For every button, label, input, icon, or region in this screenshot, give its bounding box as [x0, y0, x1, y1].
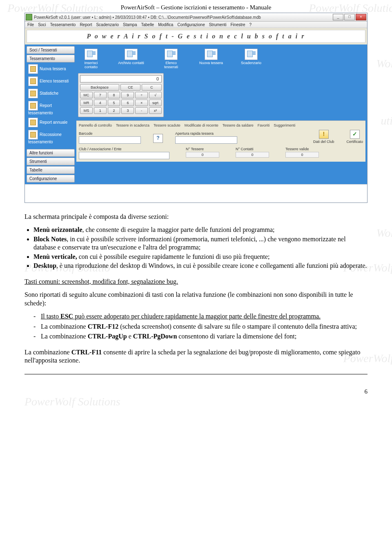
list-item: Menù verticale, con cui è possibile eseg… — [33, 253, 368, 261]
main-area: Inserisci contatto Archivio contatti Ele… — [76, 46, 365, 182]
info-button[interactable] — [153, 134, 163, 144]
calc-key[interactable]: 6 — [121, 100, 134, 106]
calc-key[interactable]: × — [135, 100, 148, 106]
paragraph: La combinazione CTRL-F11 consente di apr… — [24, 348, 368, 365]
stat-label: N° Tessere — [186, 147, 219, 151]
horizontal-rule — [24, 374, 368, 374]
watermark: Wolf — [376, 227, 392, 240]
sidebar-group[interactable]: Altre funzioni — [27, 149, 75, 157]
calc-key[interactable]: ÷ — [135, 92, 148, 98]
info-icon — [153, 134, 163, 143]
club-field: Club / Associazione / Ente — [79, 147, 169, 159]
calc-key[interactable]: √ — [149, 92, 162, 98]
bullet-list: Menù orizzontale, che consente di esegui… — [33, 226, 368, 270]
paragraph: La schermata principale è composta da di… — [24, 213, 368, 221]
menu-item[interactable]: Tabelle — [141, 22, 154, 27]
toolbar-button[interactable]: Scadenzario — [238, 49, 264, 69]
calc-key[interactable]: 7 — [94, 92, 107, 98]
sidebar-item[interactable]: Statistiche — [27, 88, 75, 99]
window-titlebar: PowerAirSoft v2.0.1 (user: user • L: adm… — [25, 13, 367, 22]
list-item: Block Notes, in cui è possibile scrivere… — [33, 235, 368, 252]
watermark: utio — [381, 114, 392, 127]
list-icon — [28, 76, 38, 86]
toolbar-label: Elenco tesserati — [164, 61, 178, 69]
menu-item[interactable]: Strumenti — [209, 22, 227, 27]
apertura-field: Apertura rapida tessera — [175, 131, 237, 144]
barcode-input[interactable] — [79, 136, 141, 144]
toolbar-button[interactable]: Inserisci contatto — [78, 49, 104, 69]
calc-key[interactable]: 2 — [108, 107, 120, 114]
chart-icon — [28, 89, 38, 98]
toolbar-button[interactable]: Elenco tesserati — [158, 49, 184, 69]
panel-tab[interactable]: Suggerimenti — [274, 123, 295, 127]
list-item: La combinazione CTRL-F12 (scheda screens… — [33, 323, 368, 331]
stat-label: Tessere valide — [285, 147, 319, 151]
calc-key[interactable]: 8 — [108, 92, 120, 98]
toolbar-button[interactable]: Archivio contatti — [118, 49, 144, 69]
menu-item[interactable]: Configurazione — [177, 22, 205, 27]
panel-tab[interactable]: Pannello di controllo — [79, 123, 112, 127]
barcode-field: Barcode — [79, 131, 141, 144]
calc-key[interactable]: 9 — [121, 92, 134, 98]
minimize-button[interactable]: _ — [333, 14, 343, 20]
calc-key[interactable]: 3 — [121, 107, 134, 114]
calc-key[interactable]: MS — [80, 107, 93, 114]
toolbar-button[interactable]: Nuova tessera — [198, 49, 224, 69]
calc-key[interactable]: C — [142, 84, 162, 91]
panel-tab[interactable]: Tessere in scadenza — [116, 123, 149, 127]
sidebar-item-label: Nuova tessera — [40, 67, 66, 71]
menu-item[interactable]: Scadenzario — [96, 22, 119, 27]
calc-key[interactable]: MR — [80, 100, 93, 106]
menu-item[interactable]: ? — [249, 22, 252, 27]
menu-item[interactable]: Finestre — [230, 22, 245, 27]
sidebar-item[interactable]: Riscossione tesseramento — [27, 129, 75, 145]
sidebar-item[interactable]: Elenco tesserati — [27, 76, 75, 87]
calc-key[interactable]: MC — [80, 92, 93, 98]
menu-item[interactable]: Stampa — [123, 22, 137, 27]
dati-club-button[interactable]: Dati del Club — [313, 130, 334, 144]
sidebar-group[interactable]: Tesseramento — [27, 55, 75, 62]
sidebar-group[interactable]: Configurazione — [27, 175, 75, 182]
stat-label: N° Contatti — [236, 147, 269, 151]
menu-item[interactable]: File — [27, 22, 34, 27]
sidebar-group[interactable]: Strumenti — [27, 158, 75, 165]
document-body: La schermata principale è composta da di… — [24, 213, 368, 374]
apertura-input[interactable] — [175, 136, 237, 144]
calc-key[interactable]: 1 — [94, 107, 107, 114]
app-banner: P o w e r A i r S o f t - G e s t i o n … — [27, 30, 365, 43]
menubar: File Soci Tesseramento Report Scadenzari… — [25, 22, 367, 28]
maximize-button[interactable]: □ — [344, 14, 355, 20]
warning-icon — [319, 130, 329, 139]
calc-key[interactable]: 4 — [94, 100, 107, 106]
calc-key[interactable]: CE — [120, 84, 140, 91]
archive-icon — [125, 49, 138, 60]
sidebar-item-label: Statistiche — [40, 91, 58, 96]
calc-key[interactable]: 5 — [108, 100, 120, 106]
menu-item[interactable]: Report — [80, 22, 92, 27]
list-item: Menù orizzontale, che consente di esegui… — [33, 226, 368, 234]
calc-key[interactable]: sqrt — [149, 100, 162, 106]
panel-tab[interactable]: Modificate di recente — [185, 123, 218, 127]
sidebar-item[interactable]: Nuova tessera — [27, 63, 75, 75]
panel-tab[interactable]: Tessere scadute — [154, 123, 180, 127]
sidebar-group[interactable]: Tabelle — [27, 166, 75, 174]
certificato-button[interactable]: Certificato — [346, 130, 363, 144]
menu-item[interactable]: Modifica — [158, 22, 173, 27]
calendar-icon — [245, 49, 258, 60]
close-button[interactable]: × — [356, 14, 366, 20]
sidebar-item-label: Report annuale — [40, 120, 67, 125]
menu-item[interactable]: Soci — [38, 22, 46, 27]
menu-item[interactable]: Tesseramento — [50, 22, 76, 27]
sidebar-group[interactable]: Soci / Tesserati — [27, 46, 75, 54]
stat-valide: Tessere valide0 — [285, 147, 319, 159]
stat-label: Certificato — [346, 140, 363, 144]
sidebar-item[interactable]: Report tesseramento — [27, 100, 75, 116]
panel-tab[interactable]: Favoriti — [258, 123, 270, 127]
panel-tab[interactable]: Tessere da saldare — [223, 123, 254, 127]
calc-key[interactable]: - — [135, 107, 148, 114]
sidebar-item[interactable]: Report annuale — [27, 117, 75, 128]
club-select[interactable] — [79, 152, 169, 159]
toolbar-label: Inserisci contatto — [84, 61, 98, 69]
calc-key[interactable]: Backspace — [80, 84, 119, 91]
calc-key[interactable]: x² — [149, 107, 162, 114]
